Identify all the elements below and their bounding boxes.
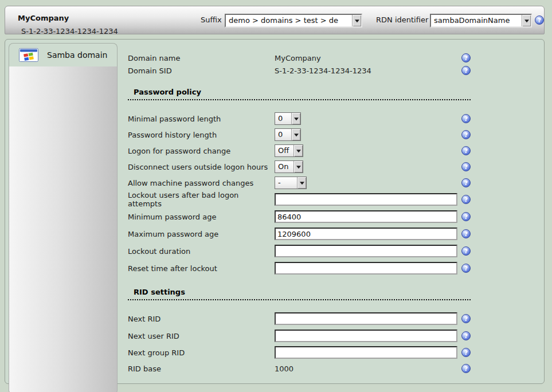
lockout-bad-logon-label: Lockout users after bad logon attempts [128, 191, 275, 208]
domain-sid-label: Domain SID [128, 66, 275, 75]
rdn-identifier-select[interactable]: sambaDomainName [430, 14, 532, 28]
help-icon[interactable]: ? [461, 229, 471, 238]
next-user-rid-input[interactable] [275, 330, 457, 342]
form-row: Logon for password change Off ? [128, 144, 486, 157]
suffix-label: Suffix [201, 15, 222, 24]
windows-logo-icon [19, 48, 38, 62]
help-icon[interactable]: ? [461, 130, 471, 139]
entry-title: MyCompany [18, 14, 69, 22]
logon-for-password-change-select[interactable]: Off [275, 144, 303, 157]
help-icon[interactable]: ? [461, 364, 471, 373]
lockout-duration-label: Lockout duration [128, 247, 275, 256]
next-rid-label: Next RID [128, 315, 275, 323]
minimum-password-age-input[interactable] [275, 210, 457, 223]
chevron-down-icon [297, 177, 306, 189]
help-icon[interactable]: ? [535, 15, 544, 25]
chevron-down-icon [293, 161, 303, 173]
maximum-password-age-input[interactable] [275, 228, 457, 240]
form-row: Disconnect users outside logon hours On … [128, 160, 486, 173]
sidebar-panel [9, 66, 118, 392]
domain-name-value: MyCompany [275, 54, 321, 62]
form-row: Next group RID ? [128, 346, 486, 359]
help-icon[interactable]: ? [461, 178, 471, 187]
content-panel: Samba domain Domain name MyCompany ? Dom… [5, 39, 545, 384]
chevron-down-icon [293, 145, 303, 156]
form-row: Reset time after lockout ? [128, 262, 486, 275]
suffix-select-value: demo > domains > test > de [226, 15, 352, 26]
rid-base-label: RID base [128, 364, 275, 373]
domain-sid-value: S-1-2-33-1234-1234-1234 [275, 66, 371, 75]
maximum-password-age-label: Maximum password age [128, 230, 275, 238]
minimal-password-length-label: Minimal password length [128, 115, 275, 123]
suffix-select[interactable]: demo > domains > test > de [225, 14, 362, 28]
disconnect-users-select[interactable]: On [275, 160, 303, 173]
help-icon[interactable]: ? [461, 114, 471, 123]
form-row: Next RID ? [128, 312, 486, 325]
form-row: Minimum password age ? [128, 210, 486, 223]
help-icon[interactable]: ? [461, 212, 471, 221]
reset-time-after-lockout-input[interactable] [275, 262, 457, 275]
help-icon[interactable]: ? [461, 195, 471, 204]
next-group-rid-input[interactable] [275, 346, 457, 359]
chevron-down-icon [352, 15, 361, 26]
allow-machine-password-changes-select[interactable]: - [275, 177, 307, 189]
help-icon[interactable]: ? [461, 314, 471, 323]
chevron-down-icon [291, 113, 300, 124]
domain-name-label: Domain name [128, 54, 275, 62]
form-row: Maximum password age ? [128, 228, 486, 240]
disconnect-users-label: Disconnect users outside logon hours [128, 163, 275, 171]
help-icon[interactable]: ? [461, 53, 471, 62]
samba-domain-page: MyCompany S-1-2-33-1234-1234-1234 Suffix… [0, 0, 552, 392]
next-group-rid-label: Next group RID [128, 348, 275, 357]
next-user-rid-label: Next user RID [128, 332, 275, 340]
help-icon[interactable]: ? [461, 264, 471, 273]
password-history-length-select[interactable]: 0 [275, 128, 301, 141]
logon-for-password-change-label: Logon for password change [128, 147, 275, 155]
reset-time-after-lockout-label: Reset time after lockout [128, 264, 275, 273]
entry-sid-subtitle: S-1-2-33-1234-1234-1234 [21, 27, 118, 36]
select-value: On [275, 161, 293, 173]
tab-samba-domain-label: Samba domain [47, 50, 107, 60]
minimal-password-length-select[interactable]: 0 [275, 112, 301, 125]
form-row: Lockout duration ? [128, 245, 486, 257]
help-icon[interactable]: ? [461, 246, 471, 256]
rdn-select-value: sambaDomainName [431, 15, 522, 26]
form-row: RID base 1000 ? [128, 363, 486, 374]
select-value: 0 [275, 129, 291, 140]
help-icon[interactable]: ? [461, 331, 471, 340]
help-icon[interactable]: ? [461, 348, 471, 357]
section-title-password-policy: Password policy [128, 88, 471, 100]
form-row: Allow machine password changes - ? [128, 177, 486, 189]
form-row: Password history length 0 ? [128, 128, 486, 141]
lockout-bad-logon-input[interactable] [275, 193, 457, 206]
form-row: Domain SID S-1-2-33-1234-1234-1234 ? [128, 65, 486, 76]
rdn-identifier-label: RDN identifier [376, 15, 428, 24]
chevron-down-icon [291, 129, 300, 140]
minimum-password-age-label: Minimum password age [128, 213, 275, 221]
rid-base-value: 1000 [275, 364, 293, 373]
form-row: Domain name MyCompany ? [128, 53, 486, 63]
help-icon[interactable]: ? [461, 146, 471, 155]
password-history-length-label: Password history length [128, 131, 275, 139]
form-row: Lockout users after bad logon attempts ? [128, 193, 486, 206]
section-title-rid-settings: RID settings [128, 288, 471, 300]
help-icon[interactable]: ? [461, 162, 471, 171]
select-value: Off [275, 145, 293, 156]
next-rid-input[interactable] [275, 312, 457, 325]
chevron-down-icon [522, 15, 531, 26]
select-value: - [275, 177, 297, 189]
title-bar: MyCompany S-1-2-33-1234-1234-1234 Suffix… [5, 6, 545, 34]
lockout-duration-input[interactable] [275, 245, 457, 257]
select-value: 0 [275, 113, 291, 124]
allow-machine-password-changes-label: Allow machine password changes [128, 179, 275, 187]
tab-samba-domain[interactable]: Samba domain [9, 43, 118, 66]
form-row: Next user RID ? [128, 330, 486, 342]
help-icon[interactable]: ? [461, 66, 471, 75]
form-row: Minimal password length 0 ? [128, 112, 486, 125]
